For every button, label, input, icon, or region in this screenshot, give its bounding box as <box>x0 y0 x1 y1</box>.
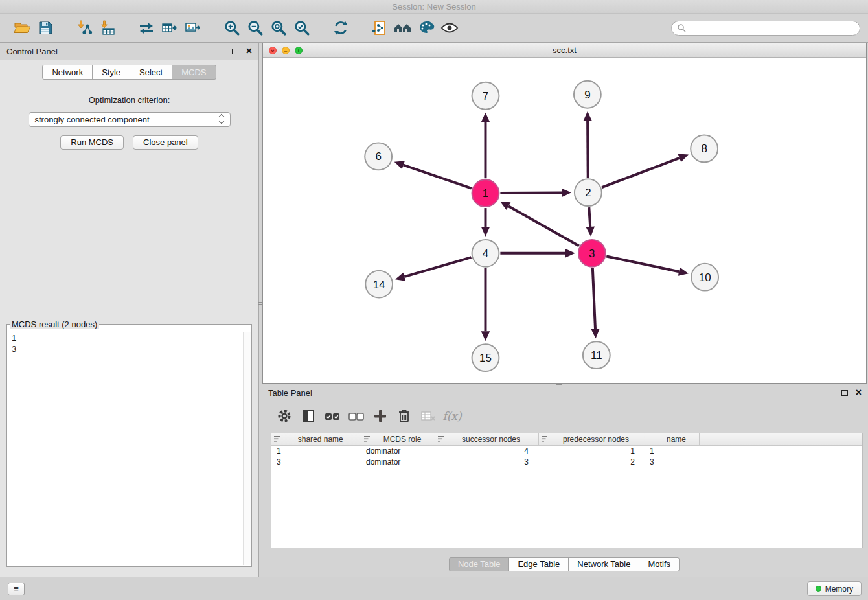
column-header-mcds-role[interactable]: MCDS role <box>361 433 435 445</box>
import-table-button[interactable] <box>96 17 119 39</box>
task-history-button[interactable]: ≡ <box>8 583 25 595</box>
open-session-button[interactable] <box>10 17 34 39</box>
toolbar-separator <box>119 28 135 29</box>
edge-2-3[interactable] <box>589 207 590 227</box>
graph-node-14[interactable]: 14 <box>365 271 393 298</box>
graph-node-10[interactable]: 10 <box>691 264 718 291</box>
apply-function-button[interactable]: f(x) <box>442 406 462 426</box>
node-table: shared name MCDS role successor nodes <box>271 433 862 467</box>
columns-icon <box>301 408 316 424</box>
search-input[interactable] <box>689 23 854 33</box>
edge-4-14[interactable] <box>404 257 471 277</box>
vertical-splitter-grip[interactable] <box>258 302 262 308</box>
zoom-out-button[interactable] <box>244 17 267 39</box>
zoom-selected-button[interactable] <box>290 17 314 39</box>
graph-node-8[interactable]: 8 <box>691 135 718 163</box>
node-label: 6 <box>375 150 381 163</box>
close-window-icon[interactable]: × <box>269 47 277 54</box>
node-label: 2 <box>585 187 591 199</box>
apply-layout-button[interactable] <box>329 17 352 39</box>
table-panel-tabs: Node Table Edge Table Network Table Moti… <box>260 557 868 571</box>
criterion-dropdown[interactable]: strongly connected component <box>29 112 231 127</box>
mcds-result-line: 1 <box>12 332 239 343</box>
table-cell: 2 <box>538 456 645 467</box>
style-button[interactable] <box>415 17 438 39</box>
delete-table-button[interactable] <box>418 406 438 426</box>
float-table-panel-icon[interactable] <box>841 390 848 396</box>
tab-network[interactable]: Network <box>42 65 93 80</box>
save-session-button[interactable] <box>34 17 57 39</box>
table-settings-button[interactable] <box>275 406 294 426</box>
mcds-result-box: MCDS result (2 nodes) 13 <box>6 319 252 567</box>
edge-2-8[interactable] <box>602 158 680 187</box>
graph-node-2[interactable]: 2 <box>575 179 602 206</box>
memory-label: Memory <box>825 584 853 594</box>
tab-select[interactable]: Select <box>130 65 172 80</box>
status-bar: ≡ Memory <box>0 577 868 600</box>
tab-motifs[interactable]: Motifs <box>639 557 680 571</box>
tab-edge-table[interactable]: Edge Table <box>508 557 569 571</box>
graph-node-15[interactable]: 15 <box>472 344 499 371</box>
export-image-button[interactable] <box>181 17 205 39</box>
graph-node-11[interactable]: 11 <box>583 341 610 369</box>
show-hide-button[interactable] <box>438 17 461 39</box>
network-canvas[interactable]: 7968124314101511 <box>263 58 866 383</box>
horizontal-splitter-grip[interactable] <box>556 382 562 386</box>
edge-3-1[interactable] <box>508 206 579 246</box>
network-graph[interactable]: 7968124314101511 <box>263 58 866 383</box>
table-row[interactable]: 1dominator411 <box>271 445 862 456</box>
column-type-icon <box>273 435 280 443</box>
zoom-in-button[interactable] <box>220 17 244 39</box>
result-scrollbar[interactable] <box>243 332 251 565</box>
graph-node-7[interactable]: 7 <box>472 82 499 110</box>
add-row-button[interactable] <box>371 406 390 426</box>
column-header-successor-nodes[interactable]: successor nodes <box>435 433 538 445</box>
edge-1-2[interactable] <box>500 192 562 193</box>
column-header-predecessor-nodes[interactable]: predecessor nodes <box>538 433 645 445</box>
tab-network-table[interactable]: Network Table <box>568 557 639 571</box>
edge-3-10[interactable] <box>606 257 679 272</box>
run-mcds-button[interactable]: Run MCDS <box>60 135 124 150</box>
graph-node-4[interactable]: 4 <box>472 240 499 267</box>
memory-button[interactable]: Memory <box>807 581 862 596</box>
import-network-button[interactable] <box>73 17 96 39</box>
graph-node-9[interactable]: 9 <box>574 81 601 108</box>
zoom-fit-button[interactable] <box>267 17 290 39</box>
close-table-panel-icon[interactable]: × <box>856 388 862 397</box>
export-table-button[interactable] <box>158 17 181 39</box>
table-cell: dominator <box>361 456 435 467</box>
zoom-in-icon <box>223 19 240 36</box>
home-button[interactable] <box>391 17 415 39</box>
import-network-icon <box>76 20 93 36</box>
delete-row-button[interactable] <box>394 406 414 426</box>
tab-style[interactable]: Style <box>92 65 130 80</box>
maximize-window-icon[interactable]: + <box>295 47 303 54</box>
network-from-selection-button[interactable] <box>368 17 391 39</box>
deselect-all-button[interactable] <box>347 406 366 426</box>
close-panel-button[interactable]: Close panel <box>133 135 198 150</box>
search-box[interactable] <box>671 21 860 36</box>
document-network-icon <box>371 19 388 36</box>
main-toolbar <box>0 14 868 43</box>
control-panel-header: Control Panel × <box>0 43 258 60</box>
show-columns-button[interactable] <box>299 406 318 426</box>
table-row[interactable]: 3dominator323 <box>271 456 862 467</box>
graph-node-3[interactable]: 3 <box>578 240 606 267</box>
float-panel-icon[interactable] <box>232 49 238 54</box>
select-all-button[interactable] <box>323 406 342 426</box>
table-header-row: shared name MCDS role successor nodes <box>271 433 862 445</box>
tab-mcds[interactable]: MCDS <box>172 65 216 80</box>
tab-node-table[interactable]: Node Table <box>449 557 510 571</box>
close-panel-icon[interactable]: × <box>246 47 252 56</box>
edge-3-11[interactable] <box>593 268 595 329</box>
column-header-name[interactable]: name <box>645 433 699 445</box>
graph-node-6[interactable]: 6 <box>365 143 392 170</box>
edge-2-9[interactable] <box>588 121 588 178</box>
edge-1-6[interactable] <box>404 165 472 189</box>
network-window-titlebar[interactable]: × − + scc.txt <box>263 43 866 58</box>
column-header-shared-name[interactable]: shared name <box>271 433 361 445</box>
minimize-window-icon[interactable]: − <box>282 47 290 54</box>
network-arrows-button[interactable] <box>135 17 158 39</box>
graph-node-1[interactable]: 1 <box>472 179 499 207</box>
mcds-result-list[interactable]: 13 <box>8 332 243 565</box>
